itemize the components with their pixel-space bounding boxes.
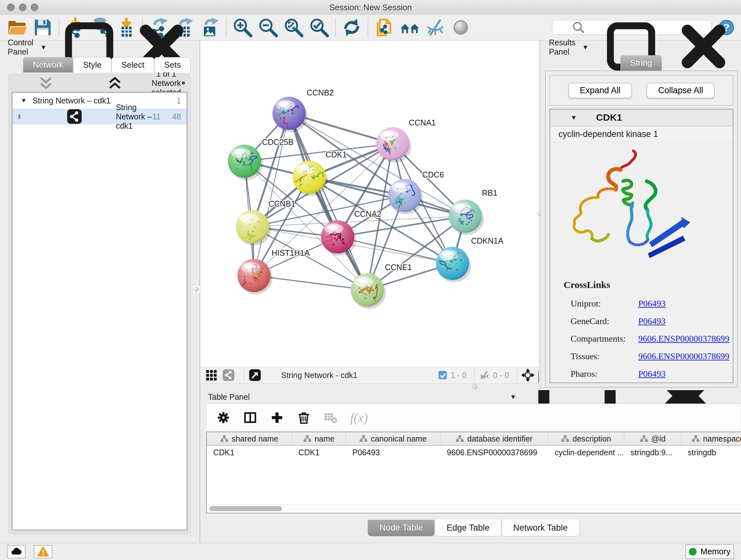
column-label: @id <box>651 434 666 443</box>
hidden-indicator-icon[interactable] <box>479 370 490 381</box>
network-node-CCNB1[interactable]: CCNB1 <box>236 199 295 246</box>
crosslink-link[interactable]: P06493 <box>638 316 666 326</box>
node-label: CCNB2 <box>307 88 334 97</box>
protein-card-header[interactable]: ▼ CDK1 <box>550 110 733 126</box>
hide-selection-button[interactable] <box>422 17 448 38</box>
crosslink-link[interactable]: 9606.ENSP00000378699 <box>638 334 729 344</box>
collapse-all-networks-icon[interactable] <box>14 74 78 92</box>
crosslink-link[interactable]: P06493 <box>638 369 666 379</box>
panel-menu-caret-icon[interactable]: ▼ <box>582 44 589 51</box>
network-node-HIST1H1A[interactable]: HIST1H1A <box>235 248 310 294</box>
column-header-canonical-name[interactable]: canonical name <box>346 432 441 445</box>
collapse-caret-icon[interactable]: ▼ <box>570 114 577 121</box>
string-view-button[interactable] <box>222 369 235 381</box>
grid-view-button[interactable] <box>205 369 218 381</box>
expand-all-networks-icon[interactable] <box>83 74 147 92</box>
vertical-splitter[interactable] <box>539 41 541 390</box>
delete-column-button[interactable] <box>296 410 311 425</box>
grid-icon <box>205 369 218 381</box>
open-in-window-icon <box>249 369 261 381</box>
network-panel-box: 1 of 1 Network selected ▼ String Network… <box>8 74 191 535</box>
add-column-button[interactable] <box>270 410 284 425</box>
selected-indicator-checkbox[interactable] <box>438 370 448 380</box>
network-view: CCNB2 CCNA1 CDC25B CDK1 <box>200 41 539 390</box>
expand-all-button[interactable]: Expand All <box>568 83 632 98</box>
column-label: description <box>572 434 611 443</box>
network-tree-root-row[interactable]: ▼ String Network – cdk1 1 <box>12 92 187 109</box>
tab-select[interactable]: Select <box>111 57 154 72</box>
edge-count: 48 <box>172 112 181 121</box>
show-columns-button[interactable] <box>243 410 258 425</box>
zoom-out-button[interactable] <box>255 17 281 38</box>
tab-sets[interactable]: Sets <box>154 57 191 72</box>
column-header-name[interactable]: name <box>292 432 346 445</box>
tab-network[interactable]: Network <box>23 57 73 72</box>
column-type-icon <box>691 435 700 443</box>
status-bar: Memory <box>0 543 741 560</box>
selected-counts: 1 - 0 <box>451 371 467 380</box>
hidden-counts: 0 - 0 <box>493 371 509 380</box>
network-node-CDKN1A[interactable]: CDKN1A <box>436 236 503 282</box>
application-window: Session: New Session ? <box>0 0 741 560</box>
table-row[interactable]: CDK1CDK1P064939606.ENSP00000378699cyclin… <box>207 446 741 459</box>
zoom-selected-button[interactable] <box>307 17 332 38</box>
crosslink-link[interactable]: 9606.ENSP00000378699 <box>638 351 729 361</box>
tab-node-table[interactable]: Node Table <box>367 520 434 537</box>
node-label: CCNA2 <box>354 209 381 219</box>
panel-resize-handle[interactable] <box>192 286 200 293</box>
cloud-status-button[interactable] <box>7 545 25 558</box>
tab-string[interactable]: String <box>620 55 662 71</box>
column-header-database-identifier[interactable]: database identifier <box>441 432 548 445</box>
open-folder-icon <box>4 17 30 38</box>
table-horizontal-scrollbar[interactable] <box>207 504 741 513</box>
network-node-CCNA1[interactable]: CCNA1 <box>376 118 436 163</box>
function-builder-button[interactable]: f(x) <box>350 410 368 425</box>
column-header-description[interactable]: description <box>548 432 624 445</box>
show-all-button[interactable] <box>448 17 474 38</box>
collapse-all-button[interactable]: Collapse All <box>647 83 715 98</box>
zoom-in-button[interactable] <box>230 17 255 38</box>
panel-menu-caret-icon[interactable]: ▼ <box>510 393 516 401</box>
crosslink-row: Uniprot:P06493 <box>563 295 733 312</box>
network-options-button[interactable] <box>181 77 186 89</box>
crosslink-label: GeneCard: <box>563 316 638 326</box>
network-node-CDC6[interactable]: CDC6 <box>388 170 444 214</box>
network-tree-row[interactable]: String Network – cdk1 11 48 <box>12 109 187 125</box>
column-label: shared name <box>232 434 278 443</box>
memory-status-button[interactable]: Memory <box>685 544 734 559</box>
network-node-RB1[interactable]: RB1 <box>449 188 497 235</box>
new-network-from-selection-button[interactable] <box>372 17 397 38</box>
trash-icon <box>296 410 311 425</box>
network-node-CCNE1[interactable]: CCNE1 <box>351 263 412 309</box>
network-node-CDK1[interactable]: CDK1 <box>293 150 347 196</box>
crosslink-row: Tissues:9606.ENSP00000378699 <box>563 348 733 365</box>
zoom-fit-icon <box>281 17 307 38</box>
table-settings-button[interactable] <box>216 410 231 425</box>
scrollbar-thumb[interactable] <box>209 506 282 511</box>
warnings-button[interactable] <box>34 545 52 558</box>
node-label: CCNE1 <box>385 263 412 272</box>
panel-menu-caret-icon[interactable]: ▼ <box>41 44 47 51</box>
delete-table-button[interactable] <box>323 410 338 425</box>
network-graph[interactable]: CCNB2 CCNA1 CDC25B CDK1 <box>200 41 539 367</box>
export-image-button[interactable] <box>197 17 223 38</box>
first-neighbors-button[interactable] <box>397 17 422 38</box>
network-canvas[interactable]: CCNB2 CCNA1 CDC25B CDK1 <box>200 41 539 367</box>
column-type-icon <box>640 435 648 443</box>
tree-expand-caret-icon[interactable]: ▼ <box>21 97 27 104</box>
crosslink-link[interactable]: P06493 <box>638 299 666 309</box>
column-header-shared-name[interactable]: shared name <box>207 432 292 445</box>
apply-layout-button[interactable] <box>339 17 364 38</box>
network-node-CCNB2[interactable]: CCNB2 <box>273 88 334 135</box>
detach-view-button[interactable] <box>249 369 261 381</box>
zoom-fit-button[interactable] <box>281 17 307 38</box>
column-header-namespace[interactable]: namespace <box>681 432 741 445</box>
table-panel-header: Table Panel ▼ <box>200 390 741 403</box>
tab-edge-table[interactable]: Edge Table <box>434 520 501 537</box>
tab-style[interactable]: Style <box>73 57 111 72</box>
horizontal-splitter[interactable] <box>200 383 539 390</box>
tab-network-table[interactable]: Network Table <box>501 520 580 537</box>
open-session-button[interactable] <box>4 17 30 38</box>
network-label: String Network – cdk1 <box>116 103 152 131</box>
column-header-@id[interactable]: @id <box>624 432 681 445</box>
